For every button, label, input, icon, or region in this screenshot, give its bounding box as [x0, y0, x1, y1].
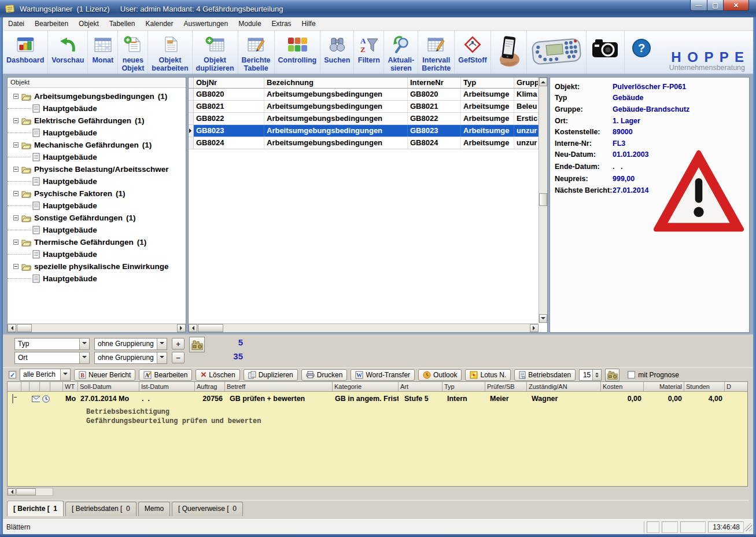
- scroll-right-icon[interactable]: [177, 324, 186, 332]
- tab-betriebsdaten[interactable]: [ Betriebsdaten [ 0: [65, 502, 137, 516]
- scroll-left-icon[interactable]: [189, 324, 197, 332]
- reports-filter-checkbox[interactable]: ✓: [9, 371, 16, 378]
- tree-item-child[interactable]: Hauptgebäude: [8, 248, 186, 260]
- chevron-down-icon[interactable]: [157, 339, 167, 350]
- tree-item-group[interactable]: Physische Belastung/Arbeitsschwer: [8, 163, 186, 175]
- column-material[interactable]: Material: [644, 382, 684, 391]
- tree-item-group[interactable]: Mechanische Gefährdungen(1): [8, 139, 186, 151]
- grouping-2-select[interactable]: ohne Gruppierung: [94, 352, 167, 364]
- remove-grouping-button[interactable]: −: [172, 352, 185, 363]
- reports-horizontal-scrollbar[interactable]: [7, 488, 53, 496]
- tree-item-group[interactable]: Thermische Gefährdungen(1): [8, 236, 186, 248]
- collapse-icon[interactable]: [13, 240, 19, 245]
- title-bar[interactable]: Wartungsplaner (1 Lizenz) User: admin Ma…: [0, 0, 756, 17]
- word-transfer-button[interactable]: WWord-Transfer: [351, 369, 415, 381]
- column-gruppe[interactable]: Gruppe: [514, 78, 539, 88]
- delete-report-button[interactable]: ✕Löschen: [196, 369, 239, 381]
- column-clipped[interactable]: D: [725, 382, 748, 391]
- data-terminal-button[interactable]: [527, 31, 587, 73]
- new-report-button[interactable]: BNeuer Bericht: [74, 369, 135, 381]
- objekt-bearbeiten-button[interactable]: Objekt bearbeiten: [148, 31, 192, 73]
- tree-item-group[interactable]: spezielle physikalische Einwirkunge: [8, 260, 186, 273]
- column-art[interactable]: Art: [399, 382, 442, 391]
- resize-grip[interactable]: [744, 523, 752, 531]
- column-soll-datum[interactable]: Soll-Datum: [78, 382, 139, 391]
- menu-hilfe[interactable]: Hilfe: [297, 18, 321, 30]
- report-filter-select[interactable]: alle Berich: [20, 369, 71, 381]
- gefstoff-button[interactable]: GefStoff: [455, 31, 491, 73]
- menu-bearbeiten[interactable]: Bearbeiten: [29, 18, 73, 30]
- tree-item-group[interactable]: Psychische Faktoren(1): [8, 187, 186, 200]
- outlook-button[interactable]: Outlook: [418, 369, 462, 381]
- collapse-icon[interactable]: [13, 264, 19, 269]
- tree-item-group[interactable]: Arbeitsumgebungsbedingungen(1): [8, 90, 186, 102]
- scroll-down-icon[interactable]: [539, 314, 547, 323]
- aktualisieren-button[interactable]: Aktuali- sieren: [384, 31, 418, 73]
- lotus-notes-button[interactable]: Lotus N.: [465, 369, 511, 381]
- filter-field-2-select[interactable]: Ort: [14, 352, 90, 364]
- tab-berichte[interactable]: [ Berichte [ 1: [7, 501, 64, 516]
- vorschau-button[interactable]: Vorschau: [48, 31, 88, 73]
- table-row[interactable]: GB8021 Arbeitsumgebungsbedingungen GB802…: [189, 101, 539, 113]
- objekt-duplizieren-button[interactable]: Objekt duplizieren: [193, 31, 238, 73]
- tree-horizontal-scrollbar[interactable]: [8, 323, 186, 332]
- grouping-1-select[interactable]: ohne Gruppierung: [94, 338, 167, 350]
- column-wt[interactable]: WT: [63, 382, 78, 391]
- collapse-icon[interactable]: [13, 118, 19, 123]
- tree-item-child[interactable]: Hauptgebäude: [8, 175, 186, 187]
- scroll-left-icon[interactable]: [8, 324, 16, 332]
- minimize-button[interactable]: —: [690, 0, 707, 11]
- berichte-tabelle-button[interactable]: Berichte Tabelle: [238, 31, 275, 73]
- table-row[interactable]: GB8020 Arbeitsumgebungsbedingungen GB802…: [189, 89, 539, 101]
- collapse-icon[interactable]: [13, 142, 19, 148]
- months-spinner[interactable]: 15: [579, 369, 602, 381]
- menu-auswertungen[interactable]: Auswertungen: [179, 18, 234, 30]
- print-button[interactable]: Drucken: [301, 369, 348, 381]
- photo-button[interactable]: [587, 31, 625, 73]
- monat-button[interactable]: Monat: [88, 31, 118, 73]
- report-row[interactable]: Mo 27.01.2014 Mo . . 20756 GB prüfen + b…: [8, 392, 747, 406]
- intervall-berichte-button[interactable]: Intervall Berichte: [418, 31, 455, 73]
- objects-vertical-scrollbar[interactable]: [539, 78, 547, 323]
- tab-memo[interactable]: Memo: [138, 502, 170, 516]
- column-internenr[interactable]: InterneNr: [408, 78, 461, 88]
- column-pruefer-sb[interactable]: Prüfer/SB: [485, 382, 527, 391]
- menu-module[interactable]: Module: [233, 18, 266, 30]
- column-ist-datum[interactable]: Ist-Datum: [139, 382, 195, 391]
- scroll-left-icon[interactable]: [8, 488, 16, 495]
- tree-item-child[interactable]: Hauptgebäude: [8, 102, 186, 115]
- menu-objekt[interactable]: Objekt: [73, 18, 104, 30]
- collapse-icon[interactable]: [13, 167, 19, 172]
- controlling-button[interactable]: Controlling: [275, 31, 321, 73]
- objects-horizontal-scrollbar[interactable]: [189, 323, 539, 332]
- table-row[interactable]: GB8024 Arbeitsumgebungsbedingungen GB802…: [189, 137, 539, 149]
- neues-objekt-button[interactable]: neues Objekt: [118, 31, 148, 73]
- scroll-right-icon[interactable]: [530, 324, 539, 332]
- column-objnr[interactable]: ObjNr: [194, 78, 264, 88]
- mobile-app-button[interactable]: [491, 31, 527, 73]
- close-button[interactable]: ✕: [724, 0, 749, 11]
- scroll-up-icon[interactable]: [539, 78, 547, 86]
- menu-extras[interactable]: Extras: [267, 18, 297, 30]
- machine-report-button[interactable]: [605, 369, 619, 381]
- tree-item-group[interactable]: Elektrische Gefährdungen(1): [8, 115, 186, 127]
- betriebsdaten-button[interactable]: Betriebsdaten: [514, 369, 576, 381]
- column-bezeichnung[interactable]: Bezeichnung: [264, 78, 408, 88]
- table-row[interactable]: GB8022 Arbeitsumgebungsbedingungen GB802…: [189, 113, 539, 125]
- menu-datei[interactable]: Datei: [3, 18, 29, 30]
- menu-tabellen[interactable]: Tabellen: [104, 18, 141, 30]
- maximize-button[interactable]: ▢: [707, 0, 724, 11]
- dashboard-button[interactable]: Dashboard: [3, 31, 48, 73]
- table-row-selected[interactable]: GB8023 Arbeitsumgebungsbedingungen GB802…: [189, 125, 539, 137]
- column-stunden[interactable]: Stunden: [684, 382, 725, 391]
- suchen-button[interactable]: Suchen: [320, 31, 354, 73]
- tab-querverweise[interactable]: [ Querverweise [ 0: [172, 502, 243, 516]
- collapse-icon[interactable]: [13, 94, 19, 99]
- tree-item-child[interactable]: Hauptgebäude: [8, 127, 186, 139]
- column-typ[interactable]: Typ: [442, 382, 485, 391]
- chevron-down-icon[interactable]: [79, 339, 89, 350]
- tree-item-child[interactable]: Hauptgebäude: [8, 200, 186, 212]
- collapse-icon[interactable]: [13, 191, 19, 196]
- menu-kalender[interactable]: Kalender: [140, 18, 178, 30]
- tree-item-group[interactable]: Sonstige Gefährdungen(1): [8, 212, 186, 224]
